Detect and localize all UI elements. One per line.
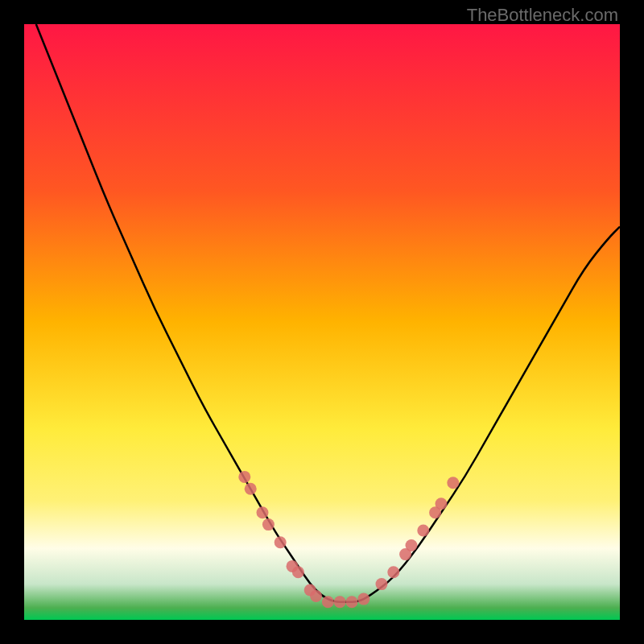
chart-marker xyxy=(245,483,257,495)
chart-background xyxy=(24,24,620,620)
chart-marker xyxy=(357,593,369,605)
chart-marker xyxy=(334,596,346,608)
chart-marker xyxy=(436,497,448,510)
chart-plot-area xyxy=(24,24,620,620)
chart-marker xyxy=(346,596,358,608)
chart-marker xyxy=(447,477,459,489)
chart-marker xyxy=(322,596,334,608)
chart-marker xyxy=(417,525,429,537)
chart-marker xyxy=(376,578,388,590)
chart-marker xyxy=(406,539,418,551)
chart-marker xyxy=(257,506,269,518)
chart-marker xyxy=(310,590,322,602)
chart-marker xyxy=(238,471,250,483)
chart-marker xyxy=(275,536,287,548)
watermark-text: TheBottleneck.com xyxy=(467,5,618,26)
chart-marker xyxy=(292,566,304,578)
chart-svg xyxy=(24,24,620,620)
chart-marker xyxy=(387,566,399,578)
chart-marker xyxy=(262,518,275,530)
